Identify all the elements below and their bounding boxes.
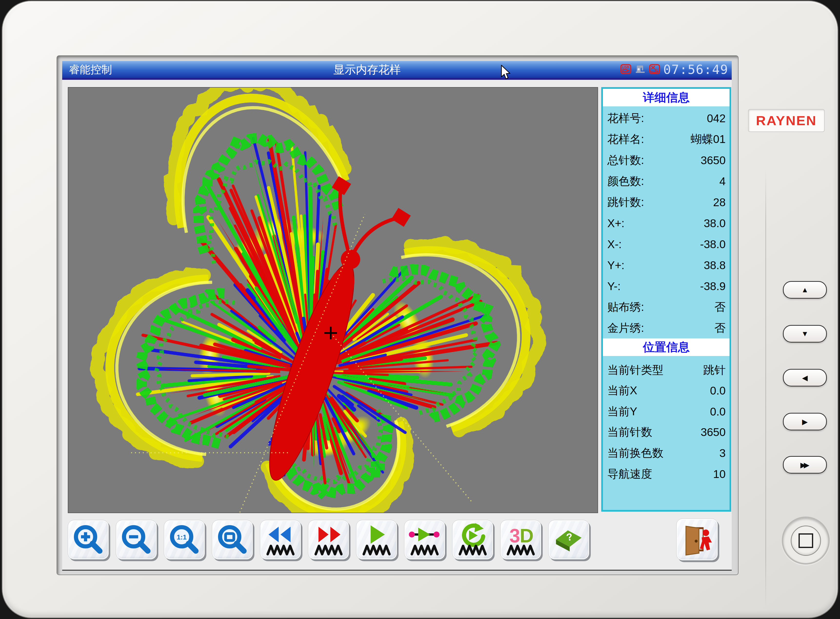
bezel-seam <box>765 170 766 609</box>
info-row: 总针数:3650 <box>607 150 726 171</box>
brand-plate: RAYNEN <box>748 109 825 132</box>
rewind-stitch-icon <box>262 522 299 559</box>
simulate-button[interactable] <box>452 520 493 559</box>
info-row: 花样名:蝴蝶01 <box>607 129 726 150</box>
zoom-out-button[interactable] <box>116 520 157 559</box>
rewind-stitch-button[interactable] <box>260 520 301 559</box>
square-icon <box>798 533 813 548</box>
step-stitch-icon <box>406 522 443 559</box>
info-row: 金片绣:否 <box>607 318 726 339</box>
svg-text:1:1: 1:1 <box>177 533 187 541</box>
step-stitch-button[interactable] <box>404 520 445 559</box>
info-row: 当前X0.0 <box>607 380 726 401</box>
info-row: 当前针数3650 <box>607 422 726 443</box>
hw-left-button[interactable]: ◀ <box>783 369 827 386</box>
device-frame: 睿能控制 显示内存花样 USB <box>3 1 837 618</box>
info-row: 颜色数:4 <box>607 171 726 192</box>
info-row: 导航速度10 <box>607 464 726 484</box>
pattern-canvas <box>68 87 598 513</box>
svg-text:D: D <box>520 525 534 547</box>
up-arrow-icon: ▲ <box>801 286 809 294</box>
double-right-arrow-icon: ▶▶ <box>800 461 809 469</box>
hw-down-button[interactable]: ▼ <box>783 325 827 342</box>
title-bar: 睿能控制 显示内存花样 USB <box>62 61 732 80</box>
info-row: 当前针类型跳针 <box>607 360 726 381</box>
info-row: 当前换色数3 <box>607 443 726 464</box>
zoom-in-icon <box>70 522 107 559</box>
down-arrow-icon: ▼ <box>801 330 809 338</box>
info-row: 跳针数:28 <box>607 192 726 213</box>
help-book-icon: ? <box>551 522 587 559</box>
forward-stitch-button[interactable] <box>308 520 349 559</box>
simulate-icon <box>454 522 491 559</box>
zoom-fit-button[interactable] <box>212 520 253 559</box>
page-title: 显示内存花样 <box>333 61 401 78</box>
info-row: Y-:-38.9 <box>607 276 726 297</box>
svg-text:3: 3 <box>510 525 520 547</box>
brand-logo: RAYNEN <box>756 113 816 128</box>
view-3d-button[interactable]: 3 D <box>500 520 541 559</box>
detail-info-header: 详细信息 <box>603 89 730 106</box>
info-row: 当前Y0.0 <box>607 401 726 422</box>
right-arrow-icon: ▶ <box>802 417 807 426</box>
play-stitch-icon <box>358 522 395 559</box>
exit-door-icon <box>679 522 716 559</box>
info-row: X-:-38.0 <box>607 234 726 255</box>
embroidery-pattern <box>68 88 598 513</box>
info-panel: 详细信息 花样号:042 花样名:蝴蝶01 总针数:3650 颜色数:4 跳针数… <box>601 87 731 511</box>
clock: 07:56:49 <box>663 62 728 77</box>
help-manual-button[interactable]: ? <box>548 520 589 559</box>
info-row: 花样号:042 <box>607 108 726 129</box>
usb-icon: USB <box>620 63 631 76</box>
zoom-actual-button[interactable]: 1:1 <box>164 520 205 559</box>
exit-button[interactable] <box>676 519 718 561</box>
svg-text:USB: USB <box>622 66 629 69</box>
hw-fast-forward-button[interactable]: ▶▶ <box>783 456 827 474</box>
zoom-fit-icon <box>214 522 251 559</box>
zoom-out-icon <box>118 522 155 559</box>
home-button-inner <box>791 526 821 556</box>
machine-icon <box>635 63 646 76</box>
left-arrow-icon: ◀ <box>802 374 807 382</box>
hw-home-button[interactable] <box>782 517 830 565</box>
app-name: 睿能控制 <box>69 61 112 78</box>
touchscreen: 睿能控制 显示内存花样 USB <box>62 61 732 571</box>
forward-stitch-icon <box>310 522 347 559</box>
info-row: 贴布绣:否 <box>607 297 726 318</box>
thread-break-icon: S <box>649 63 660 76</box>
view-3d-icon: 3 D <box>503 522 539 559</box>
position-info-header: 位置信息 <box>603 338 730 356</box>
mouse-cursor <box>500 65 511 79</box>
zoom-in-button[interactable] <box>68 520 109 559</box>
hw-up-button[interactable]: ▲ <box>783 281 827 299</box>
zoom-1-1-icon: 1:1 <box>166 522 203 559</box>
hw-right-button[interactable]: ▶ <box>783 413 827 431</box>
toolbar: 1:1 <box>62 520 732 569</box>
info-row: X+:38.0 <box>607 213 726 234</box>
info-row: Y+:38.8 <box>607 255 726 276</box>
main-content: 详细信息 花样号:042 花样名:蝴蝶01 总针数:3650 颜色数:4 跳针数… <box>62 80 732 570</box>
play-stitch-button[interactable] <box>356 520 397 559</box>
